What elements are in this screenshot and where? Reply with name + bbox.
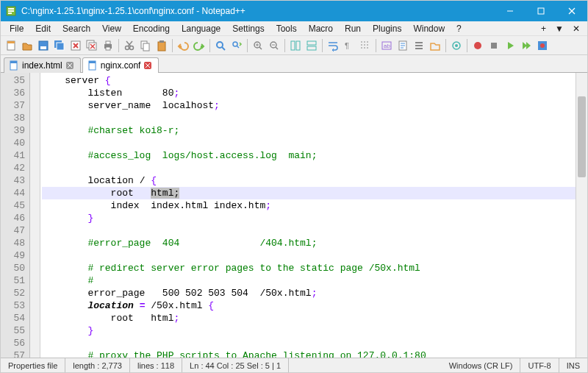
func-list-icon[interactable] bbox=[412, 38, 426, 53]
file-icon bbox=[9, 60, 19, 71]
status-filetype: Properties file bbox=[1, 358, 65, 372]
code-line[interactable]: } bbox=[42, 324, 576, 337]
close-window-button[interactable] bbox=[556, 1, 587, 21]
status-eol[interactable]: Windows (CR LF) bbox=[442, 358, 521, 372]
menu-tools[interactable]: Tools bbox=[270, 22, 303, 35]
doc-map-icon[interactable] bbox=[395, 38, 410, 53]
menu-plugins[interactable]: Plugins bbox=[367, 22, 407, 35]
code-line[interactable]: } bbox=[42, 212, 576, 224]
status-encoding[interactable]: UTF-8 bbox=[520, 358, 559, 372]
file-icon bbox=[87, 60, 98, 71]
tab-index-html[interactable]: index.html bbox=[4, 57, 81, 73]
lang-icon[interactable]: ab bbox=[379, 38, 394, 53]
new-file-icon[interactable] bbox=[4, 38, 18, 53]
undo-icon[interactable] bbox=[176, 38, 190, 53]
status-insert-mode[interactable]: INS bbox=[559, 358, 587, 372]
stop-icon[interactable] bbox=[487, 38, 501, 53]
code-line[interactable]: #access_log logs/host.access.log main; bbox=[42, 149, 576, 162]
wordwrap-icon[interactable] bbox=[326, 38, 340, 53]
code-line[interactable]: server_name localhost; bbox=[42, 99, 576, 112]
svg-rect-67 bbox=[10, 61, 17, 63]
vertical-scrollbar[interactable] bbox=[576, 73, 587, 358]
svg-rect-2 bbox=[8, 10, 14, 12]
code-line[interactable]: error_page 500 502 503 504 /50x.html; bbox=[42, 287, 576, 299]
status-length: length : 2,773 bbox=[65, 358, 130, 372]
redo-icon[interactable] bbox=[192, 38, 207, 53]
menu-close[interactable]: ✕ bbox=[568, 22, 584, 35]
code-line[interactable]: server { bbox=[42, 74, 576, 87]
tab-close-icon[interactable] bbox=[143, 61, 152, 70]
open-file-icon[interactable] bbox=[20, 38, 35, 53]
svg-rect-9 bbox=[7, 41, 15, 43]
print-icon[interactable] bbox=[101, 38, 115, 53]
menu-run[interactable]: Run bbox=[339, 22, 367, 35]
menu-window[interactable]: Window bbox=[407, 22, 451, 35]
save-icon[interactable] bbox=[36, 38, 51, 53]
code-line[interactable]: # bbox=[42, 274, 576, 287]
code-line[interactable]: root html; bbox=[42, 187, 576, 199]
window-title: C:\nginx-1.25.1\nginx-1.25.1\conf\nginx.… bbox=[21, 6, 495, 16]
sync-v-icon[interactable] bbox=[288, 38, 303, 53]
code-line[interactable]: # redirect server error pages to the sta… bbox=[42, 262, 576, 274]
maximize-button[interactable] bbox=[526, 1, 556, 21]
svg-line-35 bbox=[237, 46, 239, 48]
close-icon[interactable] bbox=[68, 38, 83, 53]
code-line[interactable]: listen 80; bbox=[42, 87, 576, 99]
play-multi-icon[interactable] bbox=[519, 38, 534, 53]
tab-label: nginx.conf bbox=[101, 60, 141, 71]
code-line[interactable]: location = /50x.html { bbox=[42, 299, 576, 312]
paste-icon[interactable] bbox=[154, 38, 169, 53]
svg-text:ab: ab bbox=[384, 43, 390, 49]
menu-dropdown[interactable]: ▼ bbox=[551, 22, 568, 35]
code-line[interactable] bbox=[42, 224, 576, 237]
code-line[interactable] bbox=[42, 162, 576, 174]
code-line[interactable] bbox=[42, 337, 576, 349]
svg-point-62 bbox=[474, 42, 481, 49]
replace-icon[interactable] bbox=[229, 38, 244, 53]
code-line[interactable]: #error_page 404 /404.html; bbox=[42, 237, 576, 249]
status-position: Ln : 44 Col : 25 Sel : 5 | 1 bbox=[182, 358, 289, 372]
code-line[interactable]: # proxy the PHP scripts to Apache listen… bbox=[42, 349, 576, 358]
menu-file[interactable]: File bbox=[4, 22, 29, 35]
sync-h-icon[interactable] bbox=[304, 38, 319, 53]
all-chars-icon[interactable]: ¶ bbox=[342, 38, 356, 53]
svg-text:¶: ¶ bbox=[345, 41, 349, 50]
menu-macro[interactable]: Macro bbox=[303, 22, 339, 35]
tab-nginx-conf[interactable]: nginx.conf bbox=[82, 57, 159, 73]
tab-close-icon[interactable] bbox=[65, 61, 74, 70]
monitor-icon[interactable] bbox=[449, 38, 464, 53]
play-icon[interactable] bbox=[503, 38, 517, 53]
indent-guide-icon[interactable] bbox=[358, 38, 373, 53]
code-line[interactable] bbox=[42, 249, 576, 262]
menu-language[interactable]: Language bbox=[176, 22, 226, 35]
svg-rect-23 bbox=[106, 47, 110, 50]
code-line[interactable]: root html; bbox=[42, 312, 576, 324]
code-line[interactable]: location / { bbox=[42, 174, 576, 187]
status-bar: Properties file length : 2,773 lines : 1… bbox=[1, 358, 587, 372]
code-view[interactable]: server { listen 80; server_name localhos… bbox=[40, 73, 576, 358]
zoom-out-icon[interactable] bbox=[267, 38, 282, 53]
menu-edit[interactable]: Edit bbox=[29, 22, 57, 35]
find-icon[interactable] bbox=[213, 38, 228, 53]
zoom-in-icon[interactable] bbox=[251, 38, 265, 53]
cut-icon[interactable] bbox=[122, 38, 137, 53]
code-line[interactable]: #charset koi8-r; bbox=[42, 124, 576, 137]
close-all-icon[interactable] bbox=[85, 38, 99, 53]
code-line[interactable] bbox=[42, 137, 576, 149]
folder-icon[interactable] bbox=[428, 38, 442, 53]
svg-rect-30 bbox=[158, 42, 165, 51]
copy-icon[interactable] bbox=[138, 38, 153, 53]
menu-view[interactable]: View bbox=[96, 22, 127, 35]
save-macro-icon[interactable] bbox=[535, 38, 550, 53]
menu-encoding[interactable]: Encoding bbox=[127, 22, 176, 35]
menu-plus[interactable]: + bbox=[537, 22, 551, 35]
code-line[interactable] bbox=[42, 112, 576, 124]
menu-settings[interactable]: Settings bbox=[226, 22, 270, 35]
minimize-button[interactable] bbox=[495, 1, 526, 21]
menu-search[interactable]: Search bbox=[57, 22, 96, 35]
save-all-icon[interactable] bbox=[52, 38, 67, 53]
code-line[interactable]: index index.html index.htm; bbox=[42, 199, 576, 212]
scrollbar-thumb[interactable] bbox=[578, 96, 586, 177]
menu-help[interactable]: ? bbox=[451, 22, 467, 35]
record-icon[interactable] bbox=[470, 38, 485, 53]
